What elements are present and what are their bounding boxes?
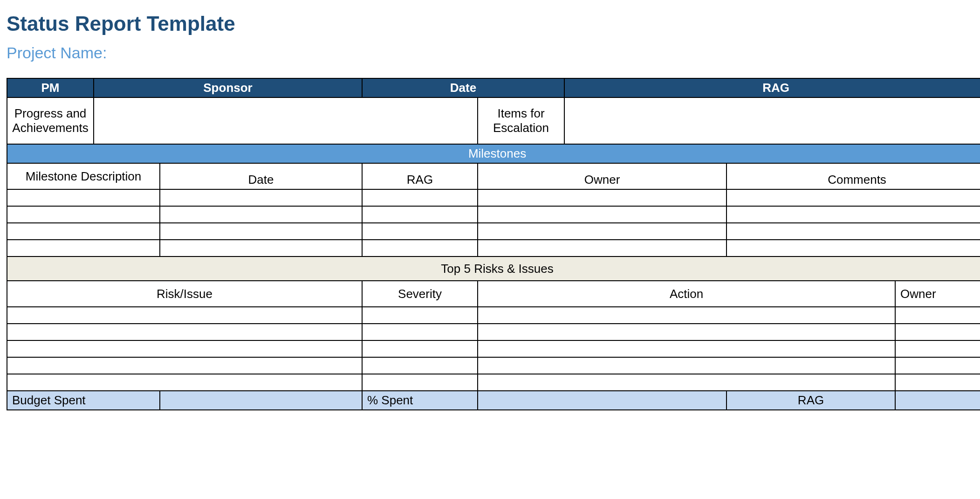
project-name-label: Project Name: xyxy=(7,44,973,62)
progress-label: Progress and Achievements xyxy=(7,97,94,144)
page-title: Status Report Template xyxy=(7,12,973,35)
progress-escalation-row: Progress and Achievements Items for Esca… xyxy=(7,97,980,144)
mile-comments-cell[interactable] xyxy=(726,189,980,206)
mile-rag-cell[interactable] xyxy=(362,189,478,206)
risk-action-cell[interactable] xyxy=(478,357,895,374)
risk-owner-cell[interactable] xyxy=(895,307,980,324)
milestone-row xyxy=(7,223,980,240)
budget-spent-cell[interactable] xyxy=(160,391,362,410)
mile-comments-cell[interactable] xyxy=(726,206,980,223)
hdr-date: Date xyxy=(362,78,564,97)
mile-rag-cell[interactable] xyxy=(362,206,478,223)
risk-row xyxy=(7,307,980,324)
mile-col-date: Date xyxy=(160,163,362,189)
mile-date-cell[interactable] xyxy=(160,206,362,223)
milestones-header-row: Milestone Description Date RAG Owner Com… xyxy=(7,163,980,189)
milestones-bar: Milestones xyxy=(7,144,980,163)
risk-severity-cell[interactable] xyxy=(362,374,478,391)
risk-issue-cell[interactable] xyxy=(7,357,362,374)
hdr-sponsor: Sponsor xyxy=(94,78,362,97)
mile-desc-cell[interactable] xyxy=(7,206,160,223)
risk-action-cell[interactable] xyxy=(478,307,895,324)
risk-owner-cell[interactable] xyxy=(895,357,980,374)
milestones-bar-row: Milestones xyxy=(7,144,980,163)
mile-col-desc: Milestone Description xyxy=(7,163,160,189)
budget-rag-cell[interactable] xyxy=(895,391,980,410)
mile-comments-cell[interactable] xyxy=(726,223,980,240)
risks-bar: Top 5 Risks & Issues xyxy=(7,256,980,281)
risk-action-cell[interactable] xyxy=(478,340,895,357)
risk-col-owner: Owner xyxy=(895,281,980,307)
risk-row xyxy=(7,374,980,391)
risk-row xyxy=(7,324,980,340)
risk-col-issue: Risk/Issue xyxy=(7,281,362,307)
risk-owner-cell[interactable] xyxy=(895,340,980,357)
mile-desc-cell[interactable] xyxy=(7,189,160,206)
hdr-pm: PM xyxy=(7,78,94,97)
progress-cell[interactable] xyxy=(94,97,478,144)
budget-spent-label: Budget Spent xyxy=(7,391,160,410)
risk-col-action: Action xyxy=(478,281,895,307)
hdr-rag: RAG xyxy=(564,78,980,97)
escalation-label: Items for Escalation xyxy=(478,97,564,144)
risk-action-cell[interactable] xyxy=(478,374,895,391)
risk-action-cell[interactable] xyxy=(478,324,895,340)
meta-header-row: PM Sponsor Date RAG xyxy=(7,78,980,97)
mile-date-cell[interactable] xyxy=(160,240,362,256)
mile-col-rag: RAG xyxy=(362,163,478,189)
milestone-row xyxy=(7,206,980,223)
risk-owner-cell[interactable] xyxy=(895,324,980,340)
risks-header-row: Risk/Issue Severity Action Owner xyxy=(7,281,980,307)
escalation-cell[interactable] xyxy=(564,97,980,144)
budget-rag-label: RAG xyxy=(726,391,895,410)
milestone-row xyxy=(7,189,980,206)
risk-row xyxy=(7,357,980,374)
risk-issue-cell[interactable] xyxy=(7,374,362,391)
milestone-row xyxy=(7,240,980,256)
status-report-template: Status Report Template Project Name: PM … xyxy=(0,0,980,429)
risk-severity-cell[interactable] xyxy=(362,307,478,324)
mile-rag-cell[interactable] xyxy=(362,240,478,256)
status-table: PM Sponsor Date RAG Progress and Achieve… xyxy=(7,78,980,410)
risk-col-severity: Severity xyxy=(362,281,478,307)
mile-desc-cell[interactable] xyxy=(7,223,160,240)
risk-issue-cell[interactable] xyxy=(7,340,362,357)
mile-col-comments: Comments xyxy=(726,163,980,189)
risk-issue-cell[interactable] xyxy=(7,324,362,340)
budget-pct-label: % Spent xyxy=(362,391,478,410)
mile-owner-cell[interactable] xyxy=(478,223,726,240)
mile-comments-cell[interactable] xyxy=(726,240,980,256)
risk-owner-cell[interactable] xyxy=(895,374,980,391)
budget-pct-cell[interactable] xyxy=(478,391,726,410)
risk-row xyxy=(7,340,980,357)
mile-desc-cell[interactable] xyxy=(7,240,160,256)
risks-bar-row: Top 5 Risks & Issues xyxy=(7,256,980,281)
mile-date-cell[interactable] xyxy=(160,223,362,240)
mile-owner-cell[interactable] xyxy=(478,206,726,223)
risk-issue-cell[interactable] xyxy=(7,307,362,324)
mile-col-owner: Owner xyxy=(478,163,726,189)
mile-owner-cell[interactable] xyxy=(478,240,726,256)
risk-severity-cell[interactable] xyxy=(362,340,478,357)
mile-rag-cell[interactable] xyxy=(362,223,478,240)
risk-severity-cell[interactable] xyxy=(362,324,478,340)
mile-date-cell[interactable] xyxy=(160,189,362,206)
budget-row: Budget Spent % Spent RAG xyxy=(7,391,980,410)
mile-owner-cell[interactable] xyxy=(478,189,726,206)
risk-severity-cell[interactable] xyxy=(362,357,478,374)
